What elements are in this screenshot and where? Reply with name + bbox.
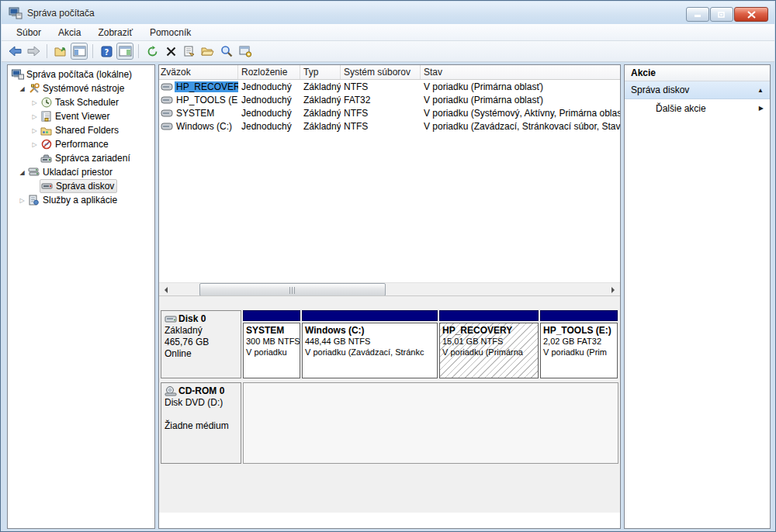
partition-info: 448,44 GB NTFS — [305, 336, 435, 347]
system-tools-icon — [27, 82, 40, 95]
volume-row[interactable]: HP_TOOLS (E:) Jednoduchý Základný FAT32 … — [159, 93, 620, 106]
column-header-status[interactable]: Stav — [421, 65, 620, 79]
help-icon[interactable]: ? — [98, 43, 115, 60]
task-scheduler-icon — [40, 96, 53, 109]
cdrom-track[interactable] — [243, 382, 618, 464]
partition-windows-c[interactable]: Windows (C:) 448,44 GB NTFS V poriadku (… — [302, 310, 438, 378]
tree-item-device-manager[interactable]: Správca zariadení — [8, 151, 154, 165]
collapse-icon[interactable]: ▲ — [757, 87, 764, 94]
restore-button[interactable] — [710, 7, 733, 22]
scrollbar-thumb[interactable] — [199, 283, 386, 296]
tree-item-disk-management[interactable]: Správa diskov — [8, 179, 154, 193]
delete-icon[interactable] — [162, 43, 179, 60]
actions-more-item[interactable]: Ďalšie akcie ▶ — [625, 99, 770, 117]
properties-icon[interactable] — [181, 43, 198, 60]
minimize-button[interactable] — [686, 7, 709, 22]
tree-item-computer-management[interactable]: Správa počítača (lokálne) — [8, 67, 154, 81]
window-title: Správa počítača — [27, 8, 95, 19]
volume-filesystem: FAT32 — [341, 95, 421, 105]
volume-filesystem: NTFS — [341, 121, 421, 132]
menu-action[interactable]: Akcia — [50, 25, 89, 40]
volume-row[interactable]: Windows (C:) Jednoduchý Základný NTFS V … — [159, 119, 620, 133]
selected-partition-body: HP_RECOVERY 15,01 GB NTFS V poriadku (Pr… — [439, 323, 539, 378]
export-list-icon[interactable] — [52, 43, 69, 60]
volume-status: V poriadku (Primárna oblasť) — [421, 95, 620, 105]
tree-item-label: Ukladací priestor — [40, 167, 115, 178]
partition-name: Windows (C:) — [305, 325, 435, 336]
submenu-arrow-icon: ▶ — [759, 105, 764, 112]
refresh-icon[interactable] — [144, 43, 161, 60]
disk0-label[interactable]: Disk 0 Základný 465,76 GB Online — [161, 310, 241, 378]
collapsed-icon[interactable]: ▷ — [29, 99, 40, 106]
partition-type-bar — [540, 310, 618, 321]
tree-item-storage[interactable]: ◢ Ukladací priestor — [8, 165, 154, 179]
graphical-view: Disk 0 Základný 465,76 GB Online SYSTEM … — [159, 295, 620, 513]
partition-system[interactable]: SYSTEM 300 MB NTFS V poriadku — [243, 310, 300, 378]
tree-item-services-applications[interactable]: ▷ Služby a aplikácie — [8, 193, 154, 207]
cdrom-label[interactable]: CD-ROM 0 Disk DVD (D:) Žiadne médium — [161, 382, 241, 464]
event-viewer-icon — [40, 110, 53, 123]
menu-view[interactable]: Zobraziť — [89, 25, 141, 40]
search-icon[interactable] — [218, 43, 235, 60]
horizontal-scrollbar[interactable] — [159, 282, 620, 295]
volume-type: Základný — [300, 108, 341, 119]
partition-info: 300 MB NTFS — [246, 336, 297, 347]
collapsed-icon[interactable]: ▷ — [29, 113, 40, 120]
console-tree: Správa počítača (lokálne) ◢ Systémové ná… — [7, 64, 155, 529]
toolbar-separator — [138, 44, 139, 58]
action-pane-icon[interactable] — [116, 43, 133, 60]
column-header-layout[interactable]: Rozloženie — [238, 65, 300, 79]
tree-item-label: Systémové nástroje — [40, 83, 126, 94]
scroll-right-icon[interactable] — [607, 283, 620, 296]
volume-row[interactable]: SYSTEM Jednoduchý Základný NTFS V poriad… — [159, 106, 620, 119]
menu-help[interactable]: Pomocník — [141, 25, 199, 40]
open-folder-icon[interactable] — [199, 43, 217, 60]
tree-item-shared-folders[interactable]: ▷ Shared Folders — [8, 123, 154, 137]
volume-status: V poriadku (Zavádzací, Stránkovací súbor… — [421, 121, 620, 132]
disk-icon — [165, 314, 178, 324]
settings-icon[interactable] — [237, 43, 254, 60]
tree-item-event-viewer[interactable]: ▷ Event Viewer — [8, 109, 154, 123]
drive-media: Disk DVD (D:) — [165, 397, 237, 409]
tree-item-task-scheduler[interactable]: ▷ Task Scheduler — [8, 95, 154, 109]
column-header-volume[interactable]: Zväzok — [159, 65, 238, 79]
expanded-icon[interactable]: ◢ — [17, 85, 27, 92]
column-header-type[interactable]: Typ — [300, 65, 341, 79]
forward-icon[interactable] — [25, 43, 42, 60]
shared-folders-icon — [40, 124, 53, 136]
column-header-filesystem[interactable]: Systém súborov — [341, 65, 421, 79]
volume-layout: Jednoduchý — [238, 81, 300, 92]
volume-layout: Jednoduchý — [238, 108, 300, 119]
partition-name: HP_TOOLS (E:) — [543, 325, 615, 336]
actions-group-disk-management[interactable]: Správa diskov ▲ — [625, 81, 770, 99]
partition-hp-tools[interactable]: HP_TOOLS (E:) 2,02 GB FAT32 V poriadku (… — [540, 310, 618, 378]
volume-status: V poriadku (Systémový, Aktívny, Primárna… — [421, 108, 620, 119]
disk0-partitions: SYSTEM 300 MB NTFS V poriadku Windows (C… — [243, 310, 618, 378]
expanded-icon[interactable]: ◢ — [17, 169, 27, 176]
volume-icon — [161, 82, 173, 92]
console-tree-icon[interactable] — [71, 43, 88, 60]
partition-status: V poriadku (Prim — [543, 347, 615, 358]
collapsed-icon[interactable]: ▷ — [17, 197, 27, 204]
back-icon[interactable] — [6, 43, 23, 60]
tree-item-system-tools[interactable]: ◢ Systémové nástroje — [8, 81, 154, 95]
volume-layout: Jednoduchý — [238, 121, 300, 132]
toolbar-separator — [92, 44, 93, 58]
volume-list-header: Zväzok Rozloženie Typ Systém súborov Sta… — [159, 65, 620, 80]
volume-name: SYSTEM — [175, 108, 238, 119]
partition-hp-recovery[interactable]: HP_RECOVERY 15,01 GB NTFS V poriadku (Pr… — [439, 310, 539, 378]
cdrom-icon — [165, 386, 178, 396]
disk-management-view: Zväzok Rozloženie Typ Systém súborov Sta… — [158, 64, 621, 529]
menu-file[interactable]: Súbor — [8, 25, 50, 40]
volume-name: HP_TOOLS (E:) — [175, 95, 238, 105]
tree-item-label: Správca zariadení — [53, 153, 133, 164]
volume-row[interactable]: HP_RECOVERY Jednoduchý Základný NTFS V p… — [159, 80, 620, 93]
actions-title: Akcie — [625, 65, 770, 81]
collapsed-icon[interactable]: ▷ — [29, 141, 40, 148]
collapsed-icon[interactable]: ▷ — [29, 127, 40, 134]
partition-name: HP_RECOVERY — [442, 325, 535, 336]
tree-item-performance[interactable]: ▷ Performance — [8, 137, 154, 151]
close-button[interactable] — [734, 7, 768, 22]
title-bar[interactable]: Správa počítača — [2, 2, 774, 24]
scroll-left-icon[interactable] — [159, 283, 172, 296]
